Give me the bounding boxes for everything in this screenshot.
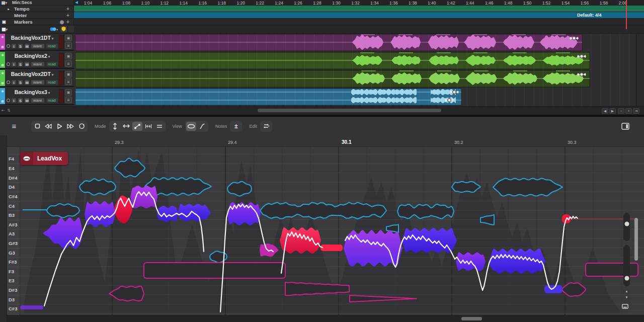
track-i-button[interactable]: I [11,43,17,49]
scroll-swap-icon[interactable]: ⇅ [7,108,11,113]
pitch-note-selected[interactable] [489,249,545,274]
track-freeze-button[interactable]: ▣ [65,71,72,77]
track-name[interactable]: BackingVox3 ▾ [7,89,57,95]
record-enable-button[interactable] [7,44,10,48]
tracks-canvas[interactable] [74,34,636,106]
record-enable-button[interactable] [7,99,10,102]
track-freeze-icon[interactable]: ▩ [0,99,5,103]
track-i-button[interactable]: I [11,98,17,103]
view-notes-icon[interactable] [186,122,196,131]
zoom-v-thumb[interactable] [624,276,629,281]
track-view-selector[interactable]: wave [31,43,45,49]
panel-toggle-button[interactable] [620,122,630,131]
markers-ruler[interactable]: ▣Markers ◉+ [0,19,644,25]
playhead[interactable] [626,0,627,29]
meter-ruler[interactable]: Default: 4/4 Meter+ [0,12,644,19]
track-i-button[interactable]: I [11,79,17,85]
header-slot[interactable] [68,26,74,32]
track-comments-button[interactable]: ≣ [65,60,72,67]
keyboard-view-button[interactable] [620,302,630,311]
zoom-out-button[interactable]: − [618,108,624,114]
track-m-button[interactable]: M [24,43,30,49]
track-freeze-button[interactable]: ▣ [65,53,72,59]
track-s-button[interactable]: S [18,98,23,103]
timeline-ruler[interactable]: ▤▾ Min:Secs 1:041:061:081:101:121:141:16… [0,0,644,6]
mode-pitch-tool-icon[interactable] [132,122,142,131]
pitch-note-bar[interactable] [320,245,343,251]
zoom-fit-button[interactable]: ⇥ [633,108,639,114]
pitch-note-outline[interactable] [144,263,285,278]
step-up-button[interactable]: ▲ [623,289,630,294]
pitch-note-bar[interactable] [544,285,562,293]
track-comments-button[interactable]: ≣ [65,42,72,49]
track-view-icon[interactable]: ◉ [0,53,5,56]
loop-button[interactable] [76,122,87,131]
notes-plusminus-button[interactable]: ± [231,122,241,131]
track-m-button[interactable]: M [24,61,30,67]
pitch-note-selected[interactable] [178,204,211,221]
track-menu-caret[interactable]: ▾ [47,55,50,58]
track-view-icon[interactable]: ◉ [0,35,5,38]
fast-forward-button[interactable] [65,122,75,131]
scroll-home-icon[interactable]: ⇤ [2,108,5,113]
track-view-selector[interactable]: wave [31,79,45,85]
pitch-note-selected[interactable] [85,201,115,227]
track-m-button[interactable]: M [24,79,30,85]
marker-ring-icon[interactable]: ◉ [59,19,64,25]
track-header-backingvox3[interactable]: ◉▩BackingVox3 ▾ISMwaveread▣≣ [0,88,74,105]
track-name[interactable]: BackingVox2 ▾ [7,53,57,59]
track-menu-caret[interactable]: ▾ [51,37,53,40]
h-scrollbar-thumb[interactable] [258,109,441,112]
track-s-button[interactable]: S [18,79,23,85]
automation-mode-button[interactable]: read [46,43,58,49]
link-selection-icon[interactable]: ▾ [49,26,58,32]
track-freeze-button[interactable]: ▣ [65,89,72,96]
pitch-note-outline[interactable] [586,263,638,276]
mode-level-icon[interactable] [154,122,165,131]
track-grid-icon[interactable]: ▦▾ [2,27,7,32]
zoom-v-slider[interactable] [623,245,630,286]
edit-transfer-icon[interactable] [261,122,271,131]
automation-mode-button[interactable]: read [46,98,58,103]
add-meter-button[interactable]: + [65,13,70,18]
track-header-backingvox2[interactable]: ◉▩BackingVox2 ▾ISMwaveread▣≣ [0,52,74,69]
step-down-button[interactable]: ▼ [623,295,630,300]
track-freeze-button[interactable]: ▣ [65,35,72,41]
view-curve-icon[interactable] [197,122,207,131]
track-freeze-icon[interactable]: ▩ [0,45,5,48]
track-menu-caret[interactable]: ▾ [51,73,53,76]
pitch-note-selected[interactable] [130,186,157,208]
editor-ruler[interactable]: 29.329.430.130.230.3 [7,135,644,147]
track-header-backingvox1dt[interactable]: ◉▩BackingVox1DT ▾ISMwaveread▣≣ [0,34,74,51]
track-m-button[interactable]: M [24,98,30,103]
track-freeze-icon[interactable]: ▩ [0,63,5,66]
add-marker-button[interactable]: + [65,19,70,25]
editor-bottom-scrollbar[interactable] [7,315,644,322]
mode-time-stretch-icon[interactable] [143,122,153,131]
track-s-button[interactable]: S [18,43,23,49]
track-name[interactable]: BackingVox2DT ▾ [7,71,57,77]
mode-vertical-icon[interactable] [110,122,120,131]
automation-mode-button[interactable]: read [46,61,58,67]
play-button[interactable] [54,122,64,131]
zoom-in-button[interactable]: + [625,108,632,114]
track-name[interactable]: BackingVox1DT ▾ [7,35,57,41]
pitch-editor-canvas[interactable] [20,147,644,315]
nudge-right-button[interactable]: ▶ [609,108,616,114]
rewind-button[interactable] [43,122,53,131]
track-menu-caret[interactable]: ▾ [47,91,50,95]
track-view-selector[interactable]: wave [31,61,45,67]
menu-button[interactable]: ≡ [9,122,19,131]
track-comments-button[interactable]: ≣ [65,78,72,85]
add-tempo-button[interactable]: + [65,6,70,12]
track-comments-button[interactable]: ≣ [65,97,72,103]
track-view-icon[interactable]: ◉ [0,89,5,93]
track-i-button[interactable]: I [11,61,17,67]
record-enable-button[interactable] [7,62,10,66]
pitch-note-bar[interactable] [20,305,43,309]
record-enable-button[interactable] [7,80,10,84]
v-scrollbar-thumb[interactable] [634,218,638,261]
stop-button[interactable] [32,122,42,131]
tempo-ruler[interactable]: ▸Tempo+ [0,6,644,12]
nudge-left-button[interactable]: ◀ [602,108,608,114]
